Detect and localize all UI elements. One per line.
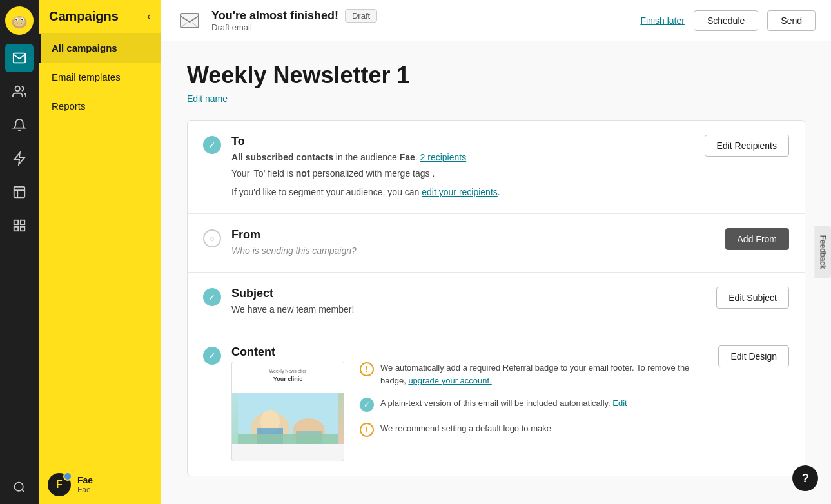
edit-plain-text-link[interactable]: Edit	[612, 398, 627, 408]
svg-point-9	[15, 86, 20, 91]
notice-referral-text: We automatically add a required Referral…	[380, 362, 708, 387]
to-desc: All subscribed contacts in the audience …	[231, 151, 694, 164]
subject-section-action: Edit Subject	[716, 287, 789, 309]
nav-item-all-campaigns[interactable]: All campaigns	[39, 34, 161, 63]
notice-referral-badge: ! We automatically add a required Referr…	[360, 362, 708, 387]
left-nav-header: Campaigns ‹	[39, 0, 161, 34]
search-nav-icon[interactable]	[5, 473, 34, 501]
campaign-sections-card: ✓ To All subscribed contacts in the audi…	[187, 120, 805, 476]
edit-recipients-button[interactable]: Edit Recipients	[705, 135, 789, 157]
campaign-title: Weekly Newsletter 1	[187, 62, 805, 89]
content-section-body: Content Weekly Newsletter Your clinic	[231, 345, 708, 461]
help-button[interactable]: ?	[792, 465, 818, 491]
svg-line-17	[22, 490, 24, 492]
feedback-tab[interactable]: Feedback	[815, 226, 831, 278]
automations-nav-icon[interactable]	[5, 144, 34, 173]
subject-section-body: Subject We have a new team member!	[231, 287, 706, 316]
content-section: ✓ Content Weekly Newsletter Your clinic	[188, 331, 805, 476]
email-preview-heading: Your clinic	[239, 376, 337, 382]
edit-design-button[interactable]: Edit Design	[718, 345, 789, 367]
not-text: not	[296, 168, 310, 179]
to-segment-text: If you'd like to segment your audience, …	[231, 186, 694, 199]
email-preview-newsletter-label: Weekly Newsletter	[239, 369, 337, 373]
content-notices: ! We automatically add a required Referr…	[360, 362, 708, 437]
top-bar: You're almost finished! Draft Draft emai…	[161, 0, 831, 41]
icon-sidebar	[0, 0, 39, 504]
content-section-action: Edit Design	[718, 345, 789, 367]
svg-point-7	[14, 21, 17, 22]
analytics-nav-icon[interactable]	[5, 178, 34, 206]
edit-recipients-link[interactable]: edit your recipients	[422, 187, 498, 197]
page-body: Weekly Newsletter 1 Edit name ✓ To All s…	[161, 41, 831, 504]
left-nav-title: Campaigns	[49, 9, 119, 24]
avatar: F	[48, 473, 71, 496]
audience-desc-prefix: All subscribed contacts	[231, 152, 333, 162]
mailchimp-logo[interactable]	[5, 6, 34, 35]
svg-rect-14	[21, 227, 24, 231]
to-section-action: Edit Recipients	[705, 135, 789, 157]
nav-item-email-templates[interactable]: Email templates	[39, 63, 161, 92]
audience-nav-icon[interactable]	[5, 77, 34, 106]
upgrade-account-link[interactable]: upgrade your account.	[408, 376, 491, 385]
svg-point-8	[22, 21, 24, 22]
user-profile[interactable]: F Fae Fae	[39, 465, 161, 504]
svg-point-5	[15, 19, 17, 21]
svg-marker-10	[14, 153, 25, 164]
notice-logo-text: We recommend setting a default logo to m…	[380, 422, 551, 435]
content-inner: Weekly Newsletter Your clinic	[231, 362, 708, 461]
from-section-action: Add From	[725, 228, 789, 250]
top-bar-subtitle: Draft email	[211, 23, 377, 32]
top-bar-title-group: You're almost finished! Draft Draft emai…	[211, 9, 377, 32]
campaigns-nav-icon[interactable]	[5, 44, 34, 72]
left-nav: Campaigns ‹ All campaigns Email template…	[39, 0, 161, 504]
notice-default-logo: ! We recommend setting a default logo to…	[360, 422, 708, 437]
edit-name-link[interactable]: Edit name	[187, 93, 228, 104]
svg-rect-13	[21, 220, 24, 224]
notice-plain-text: ✓ A plain-text version of this email wil…	[360, 397, 708, 412]
to-section-body: To All subscribed contacts in the audien…	[231, 135, 694, 199]
add-from-button[interactable]: Add From	[725, 228, 789, 250]
notice-warn-icon-1: !	[360, 362, 374, 376]
content-label: Content	[231, 345, 708, 359]
main-content: You're almost finished! Draft Draft emai…	[161, 0, 831, 504]
notice-warn-icon-2: !	[360, 423, 374, 437]
draft-badge: Draft	[345, 9, 377, 23]
user-name: Fae	[77, 475, 93, 485]
subject-value: We have a new team member!	[231, 303, 706, 316]
email-preview-image	[232, 393, 344, 444]
notifications-nav-icon[interactable]	[5, 111, 34, 139]
notice-plain-text-content: A plain-text version of this email will …	[380, 397, 627, 410]
audience-desc-mid: in the audience	[333, 152, 400, 162]
recipients-link[interactable]: 2 recipients	[420, 152, 467, 162]
schedule-button[interactable]: Schedule	[694, 10, 758, 31]
user-info: Fae Fae	[77, 475, 93, 494]
from-placeholder: Who is sending this campaign?	[231, 244, 715, 258]
email-preview-inner: Weekly Newsletter Your clinic	[232, 362, 344, 393]
from-label: From	[231, 228, 715, 242]
top-bar-right: Finish later Schedule Send	[640, 10, 816, 31]
from-circle-icon: ○	[203, 229, 221, 247]
svg-rect-15	[14, 227, 18, 231]
left-nav-collapse-button[interactable]: ‹	[147, 10, 151, 23]
finish-later-link[interactable]: Finish later	[640, 15, 684, 26]
edit-subject-button[interactable]: Edit Subject	[716, 287, 789, 309]
from-section: ○ From Who is sending this campaign? Add…	[188, 214, 805, 273]
svg-rect-11	[14, 187, 25, 198]
svg-point-6	[21, 19, 23, 21]
nav-item-reports[interactable]: Reports	[39, 92, 161, 121]
notice-ok-icon: ✓	[360, 398, 374, 412]
subject-label: Subject	[231, 287, 706, 300]
user-org: Fae	[77, 485, 93, 494]
notification-dot	[63, 472, 72, 481]
content-check-icon: ✓	[203, 347, 221, 365]
email-preview: Weekly Newsletter Your clinic	[231, 362, 344, 461]
top-bar-left: You're almost finished! Draft Draft emai…	[177, 8, 640, 34]
from-section-body: From Who is sending this campaign?	[231, 228, 715, 258]
to-personalized-warning: Your 'To' field is not personalized with…	[231, 167, 694, 180]
svg-rect-25	[238, 434, 338, 444]
to-section: ✓ To All subscribed contacts in the audi…	[188, 121, 805, 214]
svg-point-16	[15, 483, 23, 491]
integrations-nav-icon[interactable]	[5, 211, 34, 240]
audience-name: Fae	[400, 152, 415, 162]
send-button[interactable]: Send	[767, 10, 816, 31]
